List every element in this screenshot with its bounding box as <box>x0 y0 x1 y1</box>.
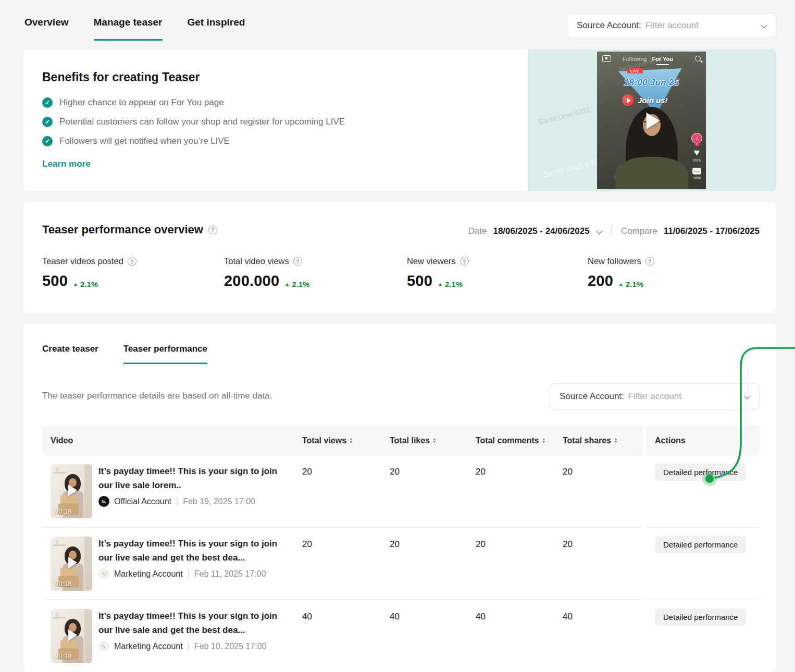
creator-avatar[interactable]: ♪ <box>691 133 702 144</box>
column-total-shares: Total shares ▴▾ <box>563 426 617 455</box>
source-account-placeholder: Filter account <box>628 391 681 402</box>
divider: | <box>176 497 178 506</box>
join-us-text: Join us! <box>638 96 668 105</box>
video-thumbnail[interactable]: 00:18 <box>51 537 92 591</box>
account-name: Marketing Account <box>114 569 183 579</box>
check-circle-icon: ✓ <box>42 117 53 127</box>
date-range-picker[interactable]: 18/06/2025 - 24/06/2025 <box>493 226 589 237</box>
metric-label: Total video views <box>224 256 289 266</box>
check-circle-icon: ✓ <box>42 97 53 108</box>
benefit-item: ✓ Higher chance to appear on For You pag… <box>42 97 345 108</box>
total-shares-value: 20 <box>563 467 573 477</box>
total-comments-value: 20 <box>476 467 486 477</box>
source-account-filter-table[interactable]: Source Account: Filter account <box>550 383 760 409</box>
source-account-filter-top[interactable]: Source Account: Filter account <box>567 13 776 38</box>
account-name: Official Account <box>114 497 171 506</box>
help-icon[interactable]: ? <box>128 257 136 266</box>
join-row: Join us! <box>622 94 668 106</box>
table-header: Video Total views ▴▾ Total likes ▴▾ Tota… <box>42 426 642 455</box>
teaser-table-card: Create teaser Teaser performance The tea… <box>23 324 776 672</box>
post-date: Feb 11, 2025 17:00 <box>194 569 266 579</box>
source-account-placeholder: Filter account <box>645 20 699 31</box>
total-shares-value: 40 <box>563 612 573 622</box>
table-row: 00:18 It’s payday timee!! This is your s… <box>42 600 642 672</box>
performance-overview-card: Teaser performance overview ? Date 18/06… <box>23 202 776 313</box>
chevron-down-icon <box>744 392 751 399</box>
sort-icon[interactable]: ▴▾ <box>615 438 617 444</box>
for-you-tab[interactable]: For You <box>652 56 673 62</box>
tab-create-teaser[interactable]: Create teaser <box>42 344 98 364</box>
detailed-performance-button[interactable]: Detailed performance <box>655 464 746 481</box>
total-likes-value: 20 <box>390 467 400 477</box>
play-icon <box>68 557 77 568</box>
video-duration: 00:18 <box>55 652 72 660</box>
help-icon[interactable]: ? <box>460 257 469 266</box>
help-icon[interactable]: ? <box>293 257 302 266</box>
search-icon[interactable] <box>695 56 701 61</box>
tab-teaser-performance[interactable]: Teaser performance <box>123 344 207 364</box>
help-icon[interactable]: ? <box>645 257 654 266</box>
benefits-title: Benefits for creating Teaser <box>42 70 200 84</box>
sort-icon[interactable]: ▴▾ <box>543 438 545 444</box>
help-icon[interactable]: ? <box>208 226 217 234</box>
chevron-down-icon[interactable] <box>596 227 603 234</box>
detailed-performance-button[interactable]: Detailed performance <box>655 608 746 626</box>
comment-icon[interactable] <box>692 168 701 175</box>
up-arrow-icon: ▲ <box>438 281 443 287</box>
marketing-account-avatar: ∿ <box>98 641 109 652</box>
metric-delta: ▲2.1% <box>73 280 98 289</box>
total-views-value: 20 <box>302 467 312 477</box>
comment-count: 3456 <box>693 176 701 180</box>
total-views-value: 20 <box>302 539 312 550</box>
video-thumbnail[interactable]: 00:18 <box>51 609 92 663</box>
manage-teaser-page: Overview Manage teaser Get inspired Sour… <box>0 0 795 672</box>
live-badge: LIVE <box>627 68 643 73</box>
tab-get-inspired[interactable]: Get inspired <box>188 17 245 41</box>
metric-value: 200 <box>588 272 613 290</box>
video-account-row: ∿ Marketing Account | Feb 11, 2025 17:00 <box>98 568 266 579</box>
metric-delta: ▲2.1% <box>438 280 463 289</box>
sort-icon[interactable]: ▴▾ <box>350 438 352 444</box>
tab-overview[interactable]: Overview <box>24 17 69 41</box>
date-label: Date <box>468 226 487 237</box>
marketing-account-avatar: ∿ <box>98 568 109 579</box>
detailed-performance-button[interactable]: Detailed performance <box>655 536 746 553</box>
up-arrow-icon: ▲ <box>284 281 290 287</box>
post-date: Feb 19, 2025 17:00 <box>183 497 255 506</box>
overview-title: Teaser performance overview <box>42 223 203 237</box>
like-count: 991K <box>692 158 701 162</box>
official-account-avatar: lz. <box>98 496 109 507</box>
tab-manage-teaser[interactable]: Manage teaser <box>94 17 163 41</box>
video-account-row: ∿ Marketing Account | Feb 10, 2025 17:00 <box>98 641 267 652</box>
live-tv-icon <box>602 55 611 62</box>
benefit-text: Followers will get notified when you’re … <box>59 136 230 146</box>
divider: | <box>188 569 190 579</box>
presenter-body <box>615 157 688 189</box>
total-comments-value: 40 <box>476 612 486 622</box>
total-likes-value: 40 <box>390 612 400 622</box>
overview-title-row: Teaser performance overview ? <box>42 223 217 237</box>
date-range-controls: Date 18/06/2025 - 24/06/2025 Compare 11/… <box>468 226 760 237</box>
source-account-label: Source Account: <box>560 391 624 402</box>
benefits-card: Benefits for creating Teaser ✓ Higher ch… <box>23 49 776 191</box>
learn-more-link[interactable]: Learn more <box>42 159 91 169</box>
table-row: 00:18 It’s payday timee!! This is your s… <box>42 455 642 528</box>
benefit-list: ✓ Higher chance to appear on For You pag… <box>42 97 345 155</box>
play-icon <box>68 629 77 641</box>
sort-icon[interactable]: ▴▾ <box>433 438 436 444</box>
heart-icon[interactable]: ♥ <box>694 148 700 157</box>
divider <box>611 226 612 237</box>
following-tab[interactable]: Following <box>623 56 647 62</box>
video-thumbnail[interactable]: 00:18 <box>51 464 92 518</box>
actions-cell: Detailed performance <box>647 455 760 528</box>
teaser-preview-panel: Santo Unsri 6332 Santo Unsri 6332 Santo … <box>528 49 776 191</box>
metric-label: New followers <box>588 256 641 266</box>
total-shares-value: 20 <box>563 539 573 550</box>
teaser-video-preview[interactable]: Santo Unsri 6332 Santo Unsri 6332 Follow… <box>597 52 706 189</box>
video-duration: 00:18 <box>55 580 72 588</box>
table-note: The teaser performance details are based… <box>42 391 272 401</box>
video-action-rail: ♪ ♥ 991K 3456 <box>691 133 702 180</box>
play-icon[interactable] <box>646 113 660 129</box>
column-video: Video <box>51 426 73 455</box>
compare-range-value: 11/06/2025 - 17/06/2025 <box>664 226 760 237</box>
